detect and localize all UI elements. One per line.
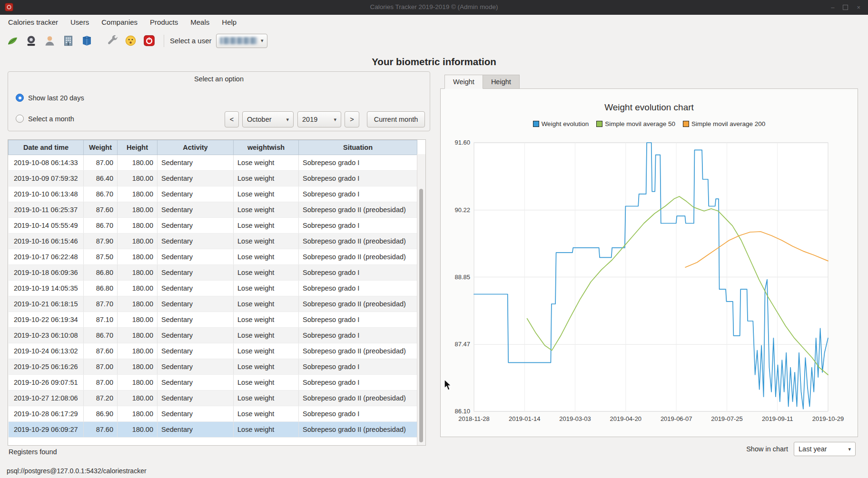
menu-companies[interactable]: Companies bbox=[95, 15, 144, 30]
table-row[interactable]: 2019-10-08 06:14:3387.00180.00SedentaryL… bbox=[9, 155, 417, 171]
cell: Sobrepeso grado I bbox=[299, 171, 417, 186]
cell: 2019-10-16 06:15:46 bbox=[9, 234, 84, 249]
show-in-chart-label: Show in chart bbox=[746, 445, 788, 453]
cell: 2019-10-28 06:17:29 bbox=[9, 406, 84, 422]
table-row[interactable]: 2019-10-14 05:55:4986.70180.00SedentaryL… bbox=[9, 218, 417, 234]
cell: Lose weight bbox=[234, 328, 299, 343]
next-month-button[interactable]: > bbox=[345, 111, 359, 127]
table-row[interactable]: 2019-10-26 09:07:5187.00180.00SedentaryL… bbox=[9, 375, 417, 390]
month-select[interactable]: October ▾ bbox=[242, 111, 294, 127]
radio-select-a-month[interactable]: Select a month bbox=[16, 115, 74, 123]
cell: 180.00 bbox=[118, 296, 158, 312]
cell: 87.00 bbox=[84, 375, 118, 390]
year-select[interactable]: 2019 ▾ bbox=[297, 111, 341, 127]
column-header[interactable]: Height bbox=[118, 140, 158, 155]
products-icon[interactable] bbox=[78, 32, 95, 49]
chevron-down-icon: ▾ bbox=[261, 38, 264, 44]
table-row[interactable]: 2019-10-25 06:16:2687.00180.00SedentaryL… bbox=[9, 359, 417, 375]
scrollbar-thumb[interactable] bbox=[419, 189, 423, 442]
table-row[interactable]: 2019-10-22 06:19:3487.10180.00SedentaryL… bbox=[9, 312, 417, 328]
table-row[interactable]: 2019-10-09 07:59:3286.40180.00SedentaryL… bbox=[9, 171, 417, 186]
registers-found-status: Registers found bbox=[9, 448, 57, 456]
minimize-icon[interactable]: – bbox=[831, 4, 834, 11]
show-in-chart-select[interactable]: Last year ▾ bbox=[794, 442, 856, 456]
column-header[interactable]: Weight bbox=[84, 140, 118, 155]
frame-label: Select an option bbox=[8, 75, 430, 83]
cell: Sobrepeso grado II (preobesidad) bbox=[299, 296, 417, 312]
menu-calories-tracker[interactable]: Calories tracker bbox=[2, 15, 64, 30]
exit-icon[interactable] bbox=[140, 32, 158, 49]
user-select[interactable]: ▾ bbox=[216, 34, 267, 48]
cell: 87.90 bbox=[84, 234, 118, 249]
cell: 2019-10-22 06:19:34 bbox=[9, 312, 84, 328]
cell: 180.00 bbox=[118, 171, 158, 186]
column-header[interactable]: Date and time bbox=[9, 140, 84, 155]
table-row[interactable]: 2019-10-21 06:18:1587.70180.00SedentaryL… bbox=[9, 296, 417, 312]
cell: Lose weight bbox=[234, 281, 299, 296]
table-scrollbar[interactable] bbox=[417, 154, 425, 445]
menu-help[interactable]: Help bbox=[216, 15, 243, 30]
cell: 87.00 bbox=[84, 359, 118, 375]
cell: 86.80 bbox=[84, 281, 118, 296]
tab-weight[interactable]: Weight bbox=[444, 75, 483, 89]
cell: Lose weight bbox=[234, 359, 299, 375]
table-row[interactable]: 2019-10-27 12:08:0687.20180.00SedentaryL… bbox=[9, 390, 417, 406]
cell: 87.00 bbox=[84, 155, 118, 171]
svg-text:87.47: 87.47 bbox=[454, 341, 470, 348]
cell: Sedentary bbox=[158, 234, 234, 249]
cell: Sobrepeso grado II (preobesidad) bbox=[299, 422, 417, 438]
cell: Sobrepeso grado I bbox=[299, 312, 417, 328]
cell: 2019-10-09 07:59:32 bbox=[9, 171, 84, 186]
table-row[interactable]: 2019-10-23 06:10:0886.70180.00SedentaryL… bbox=[9, 328, 417, 343]
table-row[interactable]: 2019-10-16 06:15:4687.90180.00SedentaryL… bbox=[9, 234, 417, 249]
cell: Sedentary bbox=[158, 186, 234, 202]
column-header[interactable]: Situation bbox=[299, 140, 417, 155]
cell: Sedentary bbox=[158, 343, 234, 359]
meals-icon[interactable] bbox=[122, 32, 139, 49]
radio-icon bbox=[16, 94, 24, 102]
cell: 180.00 bbox=[118, 422, 158, 438]
menu-users[interactable]: Users bbox=[64, 15, 95, 30]
table-row[interactable]: 2019-10-29 06:09:2787.60180.00SedentaryL… bbox=[9, 422, 417, 438]
user-icon[interactable] bbox=[41, 32, 58, 49]
tab-height[interactable]: Height bbox=[483, 75, 520, 89]
year-select-value: 2019 bbox=[302, 116, 317, 123]
cell: Sedentary bbox=[158, 155, 234, 171]
table-row[interactable]: 2019-10-19 14:05:3586.80180.00SedentaryL… bbox=[9, 281, 417, 296]
maximize-icon[interactable] bbox=[843, 5, 848, 10]
scale-icon[interactable] bbox=[22, 32, 39, 49]
previous-month-button[interactable]: < bbox=[225, 111, 239, 127]
cell: 86.90 bbox=[84, 406, 118, 422]
radio-show-last-20-days[interactable]: Show last 20 days bbox=[16, 94, 84, 102]
food-icon[interactable] bbox=[4, 32, 21, 49]
settings-icon[interactable] bbox=[103, 32, 120, 49]
column-header[interactable]: Activity bbox=[158, 140, 234, 155]
current-month-button[interactable]: Current month bbox=[367, 111, 425, 127]
cell: 180.00 bbox=[118, 202, 158, 218]
chart-legend: Weight evolutionSimple movil average 50S… bbox=[441, 120, 858, 127]
cell: 180.00 bbox=[118, 249, 158, 265]
menu-meals[interactable]: Meals bbox=[184, 15, 216, 30]
table-row[interactable]: 2019-10-11 06:25:3787.60180.00SedentaryL… bbox=[9, 202, 417, 218]
radio-label: Show last 20 days bbox=[28, 94, 84, 102]
column-header[interactable]: weightwish bbox=[234, 140, 299, 155]
svg-text:86.10: 86.10 bbox=[454, 408, 470, 415]
table-row[interactable]: 2019-10-18 06:09:3686.80180.00SedentaryL… bbox=[9, 265, 417, 281]
table-row[interactable]: 2019-10-24 06:13:0287.60180.00SedentaryL… bbox=[9, 343, 417, 359]
company-icon[interactable] bbox=[59, 32, 77, 49]
close-icon[interactable]: × bbox=[857, 4, 860, 11]
cell: 2019-10-14 05:55:49 bbox=[9, 218, 84, 234]
table-row[interactable]: 2019-10-17 06:22:4887.50180.00SedentaryL… bbox=[9, 249, 417, 265]
cell: 2019-10-10 06:13:48 bbox=[9, 186, 84, 202]
legend-swatch bbox=[596, 121, 602, 127]
cell: 2019-10-27 12:08:06 bbox=[9, 390, 84, 406]
cell: Lose weight bbox=[234, 312, 299, 328]
cell: Sobrepeso grado II (preobesidad) bbox=[299, 249, 417, 265]
cell: Sedentary bbox=[158, 171, 234, 186]
cell: Lose weight bbox=[234, 422, 299, 438]
cell: 2019-10-29 06:09:27 bbox=[9, 422, 84, 438]
menu-products[interactable]: Products bbox=[144, 15, 184, 30]
table-row[interactable]: 2019-10-10 06:13:4886.70180.00SedentaryL… bbox=[9, 186, 417, 202]
cell: Lose weight bbox=[234, 171, 299, 186]
table-row[interactable]: 2019-10-28 06:17:2986.90180.00SedentaryL… bbox=[9, 406, 417, 422]
